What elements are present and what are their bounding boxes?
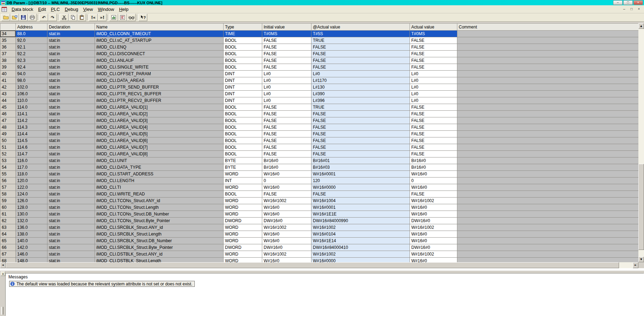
cell-type[interactable]: WORD — [224, 204, 262, 211]
cell-comment[interactable] — [457, 97, 639, 104]
cell-actual[interactable]: W#16#0 — [410, 171, 457, 178]
table-row-64[interactable]: 64138.0stat:iniMOD_CLI.SRCBLK_Struct.Len… — [0, 231, 639, 238]
cell-rownum[interactable]: 56 — [0, 178, 16, 184]
mdi-minimize-button[interactable]: – — [621, 7, 627, 12]
cell-decl[interactable]: stat:in — [47, 71, 95, 77]
cell-rownum[interactable]: 60 — [0, 204, 16, 211]
cell-comment[interactable] — [457, 77, 639, 84]
table-row-47[interactable]: 47114.2stat:iniMOD_CLI.AREA_VALID[3]BOOL… — [0, 117, 639, 124]
cell-initial[interactable]: FALSE — [262, 51, 311, 57]
table-row-51[interactable]: 51114.6stat:iniMOD_CLI.AREA_VALID[7]BOOL… — [0, 144, 639, 151]
cell-rownum[interactable]: 67 — [0, 251, 16, 258]
cell-type[interactable]: DINT — [224, 97, 262, 104]
cell-comment[interactable] — [457, 111, 639, 117]
cell-name[interactable]: iMOD_CLI.AREA_VALID[3] — [95, 117, 224, 124]
cell-actual[interactable]: FALSE — [410, 137, 457, 144]
cell-rownum[interactable]: 36 — [0, 44, 16, 51]
cell-name[interactable]: iMOD_CLI.PTR_SEND_BUFFER — [95, 84, 224, 91]
cell-type[interactable]: WORD — [224, 184, 262, 191]
cell-comment[interactable] — [457, 71, 639, 77]
cell-name[interactable]: iMOD_CLI.TI — [95, 184, 224, 191]
cell-addr[interactable]: 92.1 — [16, 44, 47, 51]
message-item[interactable]: The default view was loaded because the … — [9, 281, 195, 287]
table-row-52[interactable]: 52114.7stat:iniMOD_CLI.AREA_VALID[8]BOOL… — [0, 151, 639, 157]
cell-comment[interactable] — [457, 211, 639, 218]
cell-decl[interactable]: stat:in — [47, 151, 95, 157]
cell-name[interactable]: iMOD_CLI.OFFSET_PARAM — [95, 71, 224, 77]
mdi-restore-button[interactable]: □ — [629, 7, 635, 12]
cell-initial[interactable]: W#16#0 — [262, 171, 311, 178]
cell-comment[interactable] — [457, 51, 639, 57]
cell-type[interactable]: INT — [224, 178, 262, 184]
step-back-button[interactable]: !« — [89, 14, 98, 21]
cell-addr[interactable]: 106.0 — [16, 91, 47, 97]
cell-actual[interactable]: T#0MS — [410, 31, 457, 37]
cell-initial[interactable]: FALSE — [262, 137, 311, 144]
cell-at-actual[interactable]: B#16#01 — [311, 157, 410, 164]
cell-addr[interactable]: 88.0 — [16, 31, 47, 37]
cell-initial[interactable]: W#16#0 — [262, 184, 311, 191]
cell-type[interactable]: DINT — [224, 84, 262, 91]
column-header-type[interactable]: Type — [224, 24, 262, 31]
cell-decl[interactable]: stat:in — [47, 251, 95, 258]
cell-actual[interactable]: W#16#0 — [410, 211, 457, 218]
cell-rownum[interactable]: 48 — [0, 124, 16, 131]
cell-decl[interactable]: stat:in — [47, 131, 95, 137]
step-forward-button[interactable]: »! — [98, 14, 107, 21]
cell-comment[interactable] — [457, 117, 639, 124]
cell-name[interactable]: iMOD_CLI.AREA_VALID[6] — [95, 137, 224, 144]
cell-at-actual[interactable]: W#16#1004 — [311, 198, 410, 204]
cell-rownum[interactable]: 58 — [0, 191, 16, 198]
cell-addr[interactable]: 118.0 — [16, 171, 47, 178]
cell-name[interactable]: iMOD_CLI.AREA_VALID[5] — [95, 131, 224, 137]
table-row-46[interactable]: 46114.1stat:iniMOD_CLI.AREA_VALID[2]BOOL… — [0, 111, 639, 117]
cell-actual[interactable]: B#16#0 — [410, 164, 457, 171]
cell-at-actual[interactable]: FALSE — [311, 191, 410, 198]
copy-button[interactable] — [69, 14, 77, 21]
cell-actual[interactable]: FALSE — [410, 144, 457, 151]
cell-actual[interactable]: W#16#0 — [410, 258, 457, 263]
cell-decl[interactable]: stat:in — [47, 157, 95, 164]
cell-actual[interactable]: W#16#0 — [410, 231, 457, 238]
cell-rownum[interactable]: 40 — [0, 71, 16, 77]
cell-at-actual[interactable]: L#0 — [311, 71, 410, 77]
cell-decl[interactable]: stat:in — [47, 111, 95, 117]
cell-type[interactable]: WORD — [224, 238, 262, 244]
paste-button[interactable] — [77, 14, 86, 21]
minimize-button[interactable]: – — [613, 0, 623, 5]
table-row-63[interactable]: 63136.0stat:iniMOD_CLI.SRCBLK_Struct.ANY… — [0, 224, 639, 231]
table-row-37[interactable]: 3792.2stat:iniMOD_CLI.DISCONNECTBOOLFALS… — [0, 51, 639, 57]
vertical-scroll-thumb[interactable] — [638, 164, 644, 250]
cell-actual[interactable]: FALSE — [410, 104, 457, 111]
cell-rownum[interactable]: 55 — [0, 171, 16, 178]
cell-decl[interactable]: stat:in — [47, 218, 95, 224]
cell-at-actual[interactable]: W#16#1E14 — [311, 238, 410, 244]
cell-type[interactable]: BOOL — [224, 44, 262, 51]
cell-actual[interactable]: W#16#0 — [410, 238, 457, 244]
column-header-initial[interactable]: Initial value — [262, 24, 311, 31]
cell-decl[interactable]: stat:in — [47, 198, 95, 204]
cell-initial[interactable]: W#16#1002 — [262, 251, 311, 258]
cell-initial[interactable]: FALSE — [262, 57, 311, 64]
monitor-button[interactable] — [127, 14, 136, 21]
column-header-decl[interactable]: Declaration — [47, 24, 95, 31]
cell-type[interactable]: TIME — [224, 31, 262, 37]
table-row-45[interactable]: 45114.0stat:iniMOD_CLI.AREA_VALID[1]BOOL… — [0, 104, 639, 111]
cell-rownum[interactable]: 64 — [0, 231, 16, 238]
cell-actual[interactable]: L#0 — [410, 77, 457, 84]
column-header-actual[interactable]: Actual value — [410, 24, 457, 31]
cell-actual[interactable]: L#0 — [410, 97, 457, 104]
cell-at-actual[interactable]: W#16#0104 — [311, 231, 410, 238]
table-row-34[interactable]: 3488.0stat:iniMOD_CLI.CONN_TIMEOUTTIMET#… — [0, 31, 639, 37]
cell-actual[interactable]: DW#16#0 — [410, 244, 457, 251]
help-button[interactable]: ? — [139, 14, 147, 21]
cell-addr[interactable]: 114.6 — [16, 144, 47, 151]
cell-addr[interactable]: 140.0 — [16, 238, 47, 244]
declaration-view-button[interactable] — [118, 14, 127, 21]
cell-actual[interactable]: W#16#0 — [410, 184, 457, 191]
cell-addr[interactable]: 136.0 — [16, 224, 47, 231]
cell-decl[interactable]: stat:in — [47, 244, 95, 251]
cell-name[interactable]: iMOD_CLI.SINGLE_WRITE — [95, 64, 224, 71]
cell-addr[interactable]: 130.0 — [16, 211, 47, 218]
cell-comment[interactable] — [457, 204, 639, 211]
